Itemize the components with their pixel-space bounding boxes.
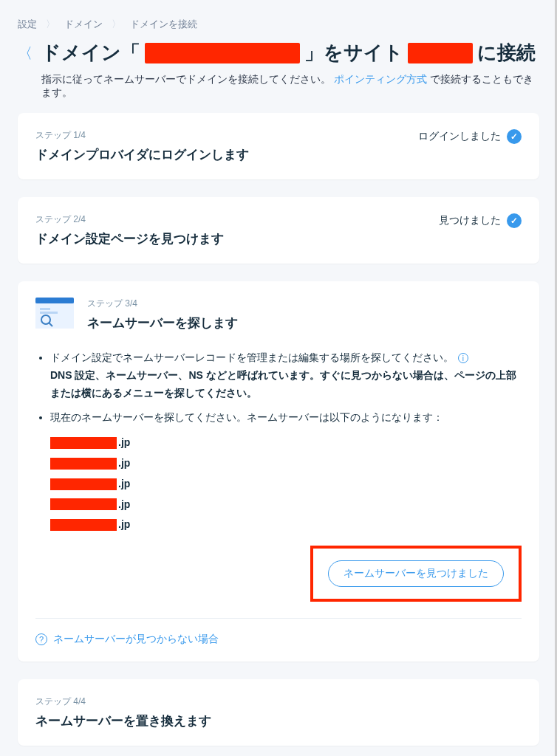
redacted-site bbox=[408, 43, 473, 63]
bullet-2-text: 現在のネームサーバーを探してください。ネームサーバーは以下のようになります： bbox=[50, 411, 443, 423]
step-2-status-text: 見つけました bbox=[439, 214, 501, 227]
ns-suffix: .jp bbox=[118, 516, 130, 534]
highlight-box: ネームサーバーを見つけました bbox=[310, 546, 522, 602]
nameserver-list: .jp .jp .jp .jp .jp bbox=[35, 434, 522, 534]
breadcrumb-domain[interactable]: ドメイン bbox=[64, 18, 103, 31]
svg-rect-4 bbox=[40, 312, 58, 314]
ns-suffix: .jp bbox=[118, 496, 130, 514]
step-2-title: ドメイン設定ページを見つけます bbox=[35, 230, 439, 247]
bullet-1-text-b: DNS 設定、ネームサーバー、NS などと呼ばれています。すぐに見つからない場合… bbox=[50, 369, 516, 399]
redacted-ns bbox=[50, 437, 117, 449]
help-link[interactable]: ? ネームサーバーが見つからない場合 bbox=[35, 618, 522, 648]
check-icon: ✓ bbox=[507, 213, 522, 228]
page-subtitle: 指示に従ってネームサーバーでドメインを接続してください。 ポインティング方式 で… bbox=[0, 72, 557, 113]
breadcrumb: 設定 〉 ドメイン 〉 ドメインを接続 bbox=[0, 0, 557, 40]
svg-rect-2 bbox=[35, 303, 74, 329]
breadcrumb-settings[interactable]: 設定 bbox=[18, 18, 37, 31]
chevron-right-icon: 〉 bbox=[46, 18, 55, 31]
page-header: 〈 ドメイン「 」をサイト に接続 bbox=[0, 40, 557, 72]
svg-rect-3 bbox=[40, 308, 50, 310]
subtitle-prefix: 指示に従ってネームサーバーでドメインを接続してください。 bbox=[41, 73, 331, 85]
step-3-label: ステップ 3/4 bbox=[87, 298, 522, 310]
title-part3: に接続 bbox=[477, 40, 536, 66]
step-2-label: ステップ 2/4 bbox=[35, 213, 439, 226]
found-nameserver-button[interactable]: ネームサーバーを見つけました bbox=[328, 560, 504, 587]
step-3-bullet-1: ドメイン設定でネームサーバーレコードを管理または編集する場所を探してください。 … bbox=[50, 349, 522, 402]
info-icon[interactable]: i bbox=[458, 353, 468, 363]
ns-suffix: .jp bbox=[118, 455, 130, 472]
step-4-label: ステップ 4/4 bbox=[35, 695, 522, 708]
redacted-ns bbox=[50, 458, 117, 470]
nameserver-item: .jp bbox=[50, 475, 522, 493]
step-3-card: ステップ 3/4 ネームサーバーを探します ドメイン設定でネームサーバーレコード… bbox=[18, 281, 539, 662]
title-part1: ドメイン「 bbox=[41, 40, 140, 66]
step-3-bullet-2: 現在のネームサーバーを探してください。ネームサーバーは以下のようになります： bbox=[50, 409, 522, 427]
ns-suffix: .jp bbox=[118, 434, 130, 452]
step-2-status: 見つけました ✓ bbox=[439, 213, 522, 228]
back-chevron-icon[interactable]: 〈 bbox=[18, 46, 33, 61]
step-4-card: ステップ 4/4 ネームサーバーを置き換えます bbox=[18, 679, 539, 746]
step-1-title: ドメインプロバイダにログインします bbox=[35, 146, 418, 163]
nameserver-item: .jp bbox=[50, 496, 522, 514]
help-link-text: ネームサーバーが見つからない場合 bbox=[53, 630, 219, 648]
redacted-domain bbox=[145, 43, 300, 63]
pointing-method-link[interactable]: ポインティング方式 bbox=[334, 73, 427, 85]
redacted-ns bbox=[50, 498, 117, 510]
question-icon: ? bbox=[35, 633, 47, 645]
breadcrumb-connect-domain: ドメインを接続 bbox=[130, 18, 197, 31]
nameserver-item: .jp bbox=[50, 434, 522, 452]
step-2-card: ステップ 2/4 ドメイン設定ページを見つけます 見つけました ✓ bbox=[18, 197, 539, 264]
browser-search-icon bbox=[35, 298, 74, 329]
title-part2: 」をサイト bbox=[304, 40, 403, 66]
chevron-right-icon: 〉 bbox=[112, 18, 121, 31]
svg-rect-1 bbox=[35, 298, 74, 303]
step-1-status-text: ログインしました bbox=[418, 130, 501, 143]
step-1-label: ステップ 1/4 bbox=[35, 129, 418, 142]
redacted-ns bbox=[50, 519, 117, 531]
nameserver-item: .jp bbox=[50, 455, 522, 472]
check-icon: ✓ bbox=[507, 129, 522, 144]
step-4-title: ネームサーバーを置き換えます bbox=[35, 712, 522, 729]
step-1-status: ログインしました ✓ bbox=[418, 129, 522, 144]
nameserver-item: .jp bbox=[50, 516, 522, 534]
step-1-card: ステップ 1/4 ドメインプロバイダにログインします ログインしました ✓ bbox=[18, 113, 539, 179]
redacted-ns bbox=[50, 478, 117, 490]
ns-suffix: .jp bbox=[118, 475, 130, 493]
step-3-title: ネームサーバーを探します bbox=[87, 315, 522, 331]
page-title: ドメイン「 」をサイト に接続 bbox=[41, 40, 536, 66]
bullet-1-text-a: ドメイン設定でネームサーバーレコードを管理または編集する場所を探してください。 bbox=[50, 351, 454, 363]
